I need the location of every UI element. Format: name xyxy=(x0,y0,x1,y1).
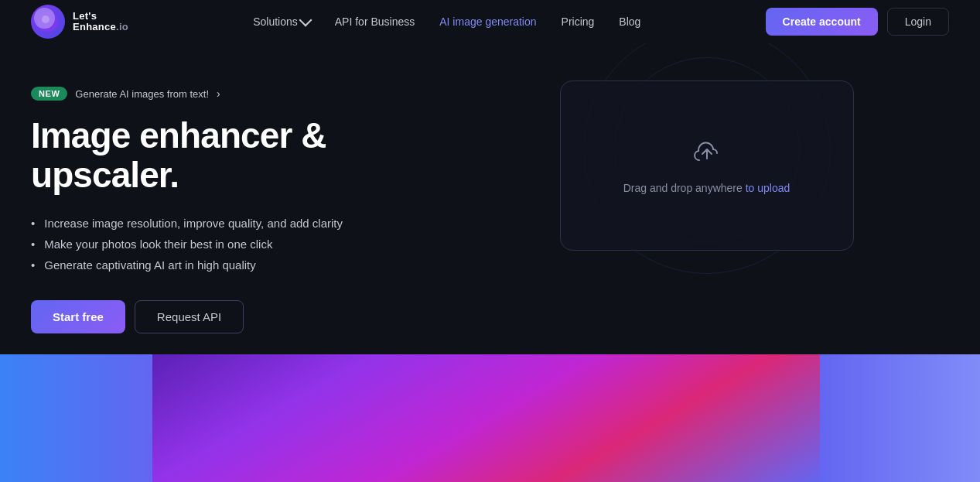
hero-buttons: Start free Request API xyxy=(31,300,464,333)
nav-solutions[interactable]: Solutions xyxy=(253,15,310,28)
logo-text: Let'sEnhance.io xyxy=(73,11,128,33)
hero-section: NEW Generate AI images from text! › Imag… xyxy=(0,43,980,354)
upload-zone[interactable]: Drag and drop anywhere to upload xyxy=(560,80,854,251)
logo-icon xyxy=(31,5,65,39)
logo[interactable]: Let'sEnhance.io xyxy=(31,5,128,39)
nav-api[interactable]: API for Business xyxy=(335,15,415,28)
upload-text: Drag and drop anywhere to upload xyxy=(623,182,790,194)
nav-blog[interactable]: Blog xyxy=(619,15,640,28)
chevron-down-icon xyxy=(299,14,312,27)
request-api-button[interactable]: Request API xyxy=(135,300,244,333)
bottom-left-fill xyxy=(0,354,152,482)
bottom-frame xyxy=(152,354,820,482)
hero-bullet-list: Increase image resolution, improve quali… xyxy=(31,213,464,275)
hero-right: Drag and drop anywhere to upload xyxy=(464,80,949,251)
logo-name: Let'sEnhance.io xyxy=(73,11,128,33)
badge-arrow-icon: › xyxy=(217,87,220,100)
new-badge: NEW xyxy=(31,87,67,101)
create-account-button[interactable]: Create account xyxy=(766,8,878,36)
hero-left: NEW Generate AI images from text! › Imag… xyxy=(31,80,464,333)
svg-point-1 xyxy=(42,15,50,23)
new-badge-row: NEW Generate AI images from text! › xyxy=(31,87,464,101)
nav-ai-image[interactable]: AI image generation xyxy=(439,15,536,28)
upload-link[interactable]: to upload xyxy=(746,182,790,194)
start-free-button[interactable]: Start free xyxy=(31,300,125,333)
bullet-item: Make your photos look their best in one … xyxy=(31,234,464,255)
login-button[interactable]: Login xyxy=(887,8,949,36)
nav-links: Solutions API for Business AI image gene… xyxy=(253,15,640,29)
bottom-image xyxy=(0,354,980,482)
bullet-item: Increase image resolution, improve quali… xyxy=(31,213,464,234)
bullet-item: Generate captivating AI art in high qual… xyxy=(31,255,464,275)
svg-point-0 xyxy=(38,12,58,32)
nav-actions: Create account Login xyxy=(766,8,949,36)
navbar: Let'sEnhance.io Solutions API for Busine… xyxy=(0,0,980,43)
nav-pricing[interactable]: Pricing xyxy=(562,15,595,28)
page-wrapper: Let'sEnhance.io Solutions API for Busine… xyxy=(0,0,980,482)
badge-text: Generate AI images from text! xyxy=(75,88,209,100)
upload-icon xyxy=(691,137,722,171)
bottom-right-fill xyxy=(820,354,980,482)
hero-title: Image enhancer & upscaler. xyxy=(31,116,464,194)
upload-zone-wrapper: Drag and drop anywhere to upload xyxy=(560,80,854,251)
